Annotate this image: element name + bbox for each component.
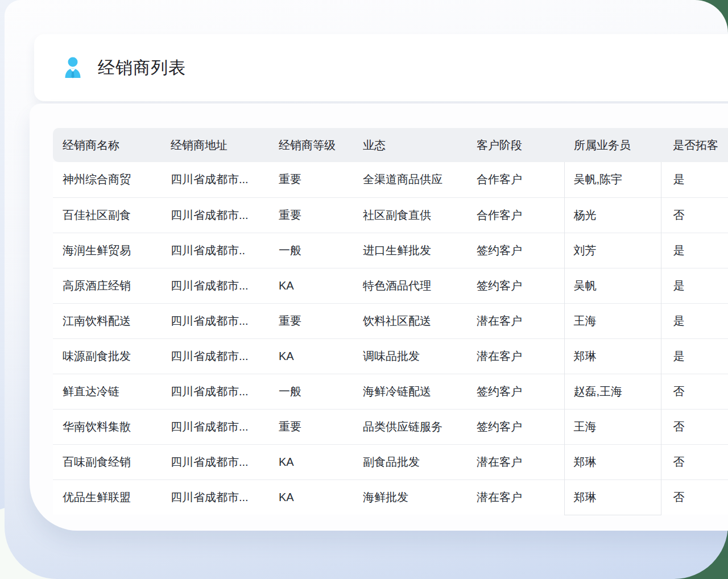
column-header-address[interactable]: 经销商地址 (161, 128, 269, 162)
cell-salesperson[interactable]: 王海 (564, 409, 661, 444)
cell-address[interactable]: 四川省成都市... (161, 338, 269, 374)
cell-customer-stage[interactable]: 合作客户 (467, 162, 564, 197)
cell-name[interactable]: 海润生鲜贸易 (53, 233, 161, 268)
cell-name[interactable]: 鲜直达冷链 (53, 374, 161, 409)
cell-name[interactable]: 百佳社区副食 (53, 197, 161, 233)
cell-name[interactable]: 华南饮料集散 (53, 409, 161, 444)
cell-business-type[interactable]: 海鲜冷链配送 (353, 374, 467, 409)
cell-address[interactable]: 四川省成都市... (161, 444, 269, 479)
cell-salesperson[interactable]: 吴帆,陈宇 (564, 162, 661, 197)
cell-level[interactable]: 重要 (269, 303, 353, 338)
cell-level[interactable]: 重要 (269, 197, 353, 233)
cell-address[interactable]: 四川省成都市... (161, 409, 269, 444)
cell-expand-customer[interactable]: 是 (661, 268, 728, 303)
table-row: 优品生鲜联盟 四川省成都市... KA 海鲜批发 潜在客户 郑琳 否 (53, 479, 728, 515)
cell-expand-customer[interactable]: 否 (661, 409, 728, 444)
cell-business-type[interactable]: 进口生鲜批发 (353, 233, 467, 268)
cell-level[interactable]: KA (269, 479, 353, 515)
cell-level[interactable]: KA (269, 338, 353, 374)
column-header-customer-stage[interactable]: 客户阶段 (467, 128, 564, 162)
cell-address[interactable]: 四川省成都市... (161, 162, 269, 197)
table-row: 华南饮料集散 四川省成都市... 重要 品类供应链服务 签约客户 王海 否 (53, 409, 728, 444)
cell-expand-customer[interactable]: 是 (661, 233, 728, 268)
cell-name[interactable]: 神州综合商贸 (53, 162, 161, 197)
table-row: 海润生鲜贸易 四川省成都市.. 一般 进口生鲜批发 签约客户 刘芳 是 (53, 233, 728, 268)
cell-business-type[interactable]: 饮料社区配送 (353, 303, 467, 338)
cell-name[interactable]: 味源副食批发 (53, 338, 161, 374)
cell-level[interactable]: KA (269, 444, 353, 479)
cell-level[interactable]: 一般 (269, 233, 353, 268)
cell-business-type[interactable]: 调味品批发 (353, 338, 467, 374)
cell-level[interactable]: 重要 (269, 162, 353, 197)
cell-business-type[interactable]: 品类供应链服务 (353, 409, 467, 444)
table-row: 百味副食经销 四川省成都市... KA 副食品批发 潜在客户 郑琳 否 (53, 444, 728, 479)
column-header-business-type[interactable]: 业态 (353, 128, 467, 162)
table-row: 神州综合商贸 四川省成都市... 重要 全渠道商品供应 合作客户 吴帆,陈宇 是 (53, 162, 728, 197)
cell-salesperson[interactable]: 刘芳 (564, 233, 661, 268)
cell-name[interactable]: 百味副食经销 (53, 444, 161, 479)
column-header-salesperson[interactable]: 所属业务员 (564, 128, 661, 162)
cell-address[interactable]: 四川省成都市... (161, 479, 269, 515)
column-header-expand-customer[interactable]: 是否拓客 (661, 128, 728, 162)
cell-level[interactable]: KA (269, 268, 353, 303)
table-header-row: 经销商名称 经销商地址 经销商等级 业态 客户阶段 所属业务员 是否拓客 (53, 128, 728, 162)
cell-expand-customer[interactable]: 否 (661, 479, 728, 515)
table-row: 味源副食批发 四川省成都市... KA 调味品批发 潜在客户 郑琳 是 (53, 338, 728, 374)
table-row: 江南饮料配送 四川省成都市... 重要 饮料社区配送 潜在客户 王海 是 (53, 303, 728, 338)
cell-business-type[interactable]: 全渠道商品供应 (353, 162, 467, 197)
cell-expand-customer[interactable]: 是 (661, 162, 728, 197)
cell-name[interactable]: 高原酒庄经销 (53, 268, 161, 303)
cell-salesperson[interactable]: 吴帆 (564, 268, 661, 303)
cell-customer-stage[interactable]: 潜在客户 (467, 338, 564, 374)
title-card: 经销商列表 (34, 34, 728, 101)
cell-name[interactable]: 江南饮料配送 (53, 303, 161, 338)
cell-expand-customer[interactable]: 是 (661, 303, 728, 338)
column-header-name[interactable]: 经销商名称 (53, 128, 161, 162)
cell-salesperson[interactable]: 郑琳 (564, 444, 661, 479)
cell-salesperson[interactable]: 郑琳 (564, 338, 661, 374)
page-title: 经销商列表 (98, 56, 186, 80)
cell-business-type[interactable]: 社区副食直供 (353, 197, 467, 233)
cell-customer-stage[interactable]: 潜在客户 (467, 444, 564, 479)
cell-customer-stage[interactable]: 签约客户 (467, 374, 564, 409)
cell-salesperson[interactable]: 郑琳 (564, 479, 661, 515)
table-card: 经销商名称 经销商地址 经销商等级 业态 客户阶段 所属业务员 是否拓客 神州综… (30, 104, 728, 531)
cell-customer-stage[interactable]: 签约客户 (467, 409, 564, 444)
column-header-level[interactable]: 经销商等级 (269, 128, 353, 162)
cell-customer-stage[interactable]: 签约客户 (467, 268, 564, 303)
person-icon (64, 56, 81, 79)
cell-customer-stage[interactable]: 潜在客户 (467, 479, 564, 515)
cell-level[interactable]: 重要 (269, 409, 353, 444)
cell-salesperson[interactable]: 王海 (564, 303, 661, 338)
cell-address[interactable]: 四川省成都市.. (161, 233, 269, 268)
cell-expand-customer[interactable]: 否 (661, 374, 728, 409)
cell-address[interactable]: 四川省成都市... (161, 303, 269, 338)
cell-expand-customer[interactable]: 否 (661, 444, 728, 479)
cell-salesperson[interactable]: 杨光 (564, 197, 661, 233)
cell-business-type[interactable]: 特色酒品代理 (353, 268, 467, 303)
cell-customer-stage[interactable]: 合作客户 (467, 197, 564, 233)
table-row: 高原酒庄经销 四川省成都市... KA 特色酒品代理 签约客户 吴帆 是 (53, 268, 728, 303)
table-row: 百佳社区副食 四川省成都市... 重要 社区副食直供 合作客户 杨光 否 (53, 197, 728, 233)
cell-address[interactable]: 四川省成都市... (161, 374, 269, 409)
cell-expand-customer[interactable]: 是 (661, 338, 728, 374)
cell-expand-customer[interactable]: 否 (661, 197, 728, 233)
cell-customer-stage[interactable]: 潜在客户 (467, 303, 564, 338)
cell-business-type[interactable]: 海鲜批发 (353, 479, 467, 515)
cell-business-type[interactable]: 副食品批发 (353, 444, 467, 479)
cell-address[interactable]: 四川省成都市... (161, 268, 269, 303)
cell-address[interactable]: 四川省成都市... (161, 197, 269, 233)
table-row: 鲜直达冷链 四川省成都市... 一般 海鲜冷链配送 签约客户 赵磊,王海 否 (53, 374, 728, 409)
cell-customer-stage[interactable]: 签约客户 (467, 233, 564, 268)
cell-level[interactable]: 一般 (269, 374, 353, 409)
distributor-table: 经销商名称 经销商地址 经销商等级 业态 客户阶段 所属业务员 是否拓客 神州综… (53, 128, 728, 515)
cell-salesperson[interactable]: 赵磊,王海 (564, 374, 661, 409)
cell-name[interactable]: 优品生鲜联盟 (53, 479, 161, 515)
